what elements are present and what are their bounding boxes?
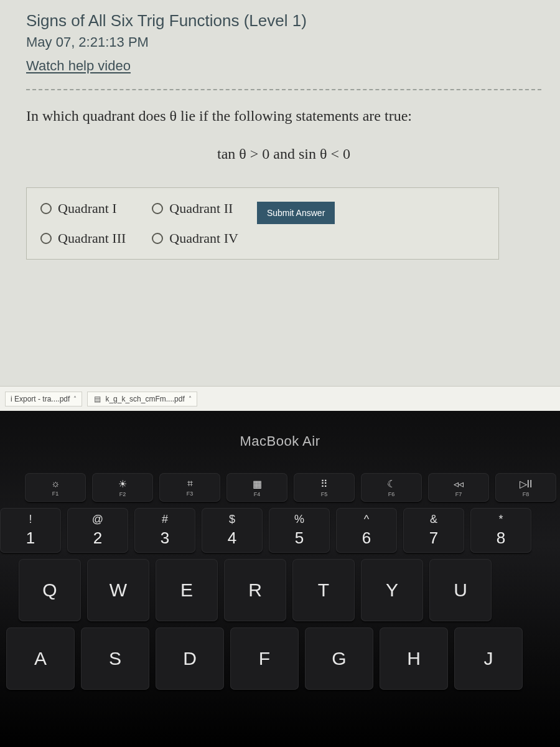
key-j: J bbox=[454, 627, 523, 690]
key-1: !1 bbox=[0, 508, 61, 553]
key-h: H bbox=[380, 627, 448, 690]
key-f4: ▦F4 bbox=[226, 473, 287, 502]
key-f3: ⌗F3 bbox=[159, 473, 220, 502]
download-item-2[interactable]: ▤ k_g_k_sch_cmFm....pdf ˄ bbox=[87, 392, 197, 406]
radio-icon bbox=[40, 203, 52, 214]
launchpad-icon: ▦ bbox=[253, 478, 262, 490]
key-q: Q bbox=[19, 559, 81, 621]
key-f2: ☀F2 bbox=[92, 473, 153, 502]
key-f8: ▷IIF8 bbox=[495, 473, 556, 502]
key-5: %5 bbox=[269, 508, 330, 553]
key-a: A bbox=[6, 627, 75, 690]
mission-control-icon: ⌗ bbox=[187, 478, 193, 489]
option-label: Quadrant II bbox=[169, 200, 233, 217]
radio-icon bbox=[152, 233, 163, 244]
option-label: Quadrant I bbox=[58, 200, 117, 217]
key-4: $4 bbox=[202, 508, 263, 553]
key-f1: ☼F1 bbox=[25, 473, 86, 502]
option-label: Quadrant IV bbox=[169, 230, 238, 247]
rewind-icon: ◃◃ bbox=[454, 478, 464, 490]
key-r: R bbox=[224, 559, 286, 621]
question-prompt: In which quadrant does θ lie if the foll… bbox=[26, 108, 541, 125]
submit-button[interactable]: Submit Answer bbox=[257, 202, 335, 224]
number-key-row: !1 @2 #3 $4 %5 ^6 &7 *8 bbox=[0, 508, 531, 553]
radio-icon bbox=[152, 203, 163, 214]
key-3: #3 bbox=[134, 508, 195, 553]
key-e: E bbox=[156, 559, 218, 621]
assignment-title: Signs of All Six Trig Functions (Level 1… bbox=[26, 11, 541, 31]
key-f: F bbox=[230, 627, 299, 690]
file-icon: ▤ bbox=[93, 395, 101, 403]
function-key-row: ☼F1 ☀F2 ⌗F3 ▦F4 ⠿F5 ☾F6 ◃◃F7 ▷IIF8 bbox=[25, 473, 556, 502]
chevron-up-icon: ˄ bbox=[73, 395, 77, 402]
key-f6: ☾F6 bbox=[361, 473, 422, 502]
key-2: @2 bbox=[67, 508, 128, 553]
option-quadrant-1[interactable]: Quadrant I bbox=[40, 200, 126, 217]
key-7: &7 bbox=[403, 508, 464, 553]
key-f5: ⠿F5 bbox=[294, 473, 355, 502]
brightness-down-icon: ☼ bbox=[51, 478, 60, 489]
key-f7: ◃◃F7 bbox=[428, 473, 489, 502]
asdf-row: A S D F G H J bbox=[6, 627, 523, 690]
answer-box: Quadrant I Quadrant II Quadrant III Quad… bbox=[26, 187, 499, 260]
key-6: ^6 bbox=[336, 508, 397, 553]
play-pause-icon: ▷II bbox=[520, 478, 533, 490]
keyboard-bright-icon: ☾ bbox=[387, 478, 396, 490]
help-video-link[interactable]: Watch help video bbox=[26, 58, 131, 74]
key-u: U bbox=[429, 559, 492, 621]
download-item-1[interactable]: i Export - tra....pdf ˄ bbox=[5, 392, 82, 406]
download-label: i Export - tra....pdf bbox=[11, 395, 70, 403]
key-8: *8 bbox=[470, 508, 531, 553]
key-d: D bbox=[156, 627, 224, 690]
radio-icon bbox=[40, 233, 52, 244]
key-y: Y bbox=[361, 559, 423, 621]
divider bbox=[26, 89, 541, 90]
option-quadrant-2[interactable]: Quadrant II bbox=[152, 200, 238, 217]
timestamp: May 07, 2:21:13 PM bbox=[26, 34, 541, 50]
laptop-brand: MacBook Air bbox=[0, 433, 560, 449]
screen: Signs of All Six Trig Functions (Level 1… bbox=[0, 0, 560, 411]
key-t: T bbox=[292, 559, 355, 621]
content-area: Signs of All Six Trig Functions (Level 1… bbox=[0, 0, 560, 260]
chevron-up-icon: ˄ bbox=[189, 395, 192, 402]
download-label: k_g_k_sch_cmFm....pdf bbox=[105, 395, 184, 403]
brightness-up-icon: ☀ bbox=[118, 478, 127, 490]
option-quadrant-4[interactable]: Quadrant IV bbox=[152, 230, 238, 247]
keyboard-dim-icon: ⠿ bbox=[320, 478, 328, 490]
key-s: S bbox=[81, 627, 149, 690]
question-math: tan θ > 0 and sin θ < 0 bbox=[26, 146, 541, 162]
key-w: W bbox=[87, 559, 149, 621]
radio-grid: Quadrant I Quadrant II Quadrant III Quad… bbox=[40, 200, 238, 247]
qwerty-row: Q W E R T Y U bbox=[19, 559, 492, 621]
option-quadrant-3[interactable]: Quadrant III bbox=[40, 230, 126, 247]
laptop-body: MacBook Air ☼F1 ☀F2 ⌗F3 ▦F4 ⠿F5 ☾F6 ◃◃F7… bbox=[0, 411, 560, 747]
option-label: Quadrant III bbox=[58, 230, 126, 247]
key-g: G bbox=[305, 627, 373, 690]
download-bar: i Export - tra....pdf ˄ ▤ k_g_k_sch_cmFm… bbox=[0, 386, 560, 411]
